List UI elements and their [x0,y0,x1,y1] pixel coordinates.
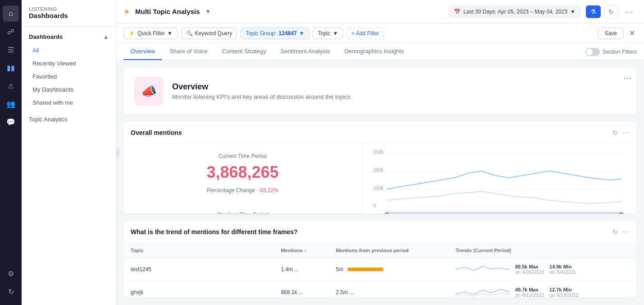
overview-banner: 📣 Overview Monitor listening KPI's and k… [123,68,637,115]
trend-card: What is the trend of mentions for differ… [123,221,637,298]
main-content: ★ Multi Topic Analysis ▼ 📅 Last 30 Days:… [116,0,644,305]
section-filters-toggle[interactable]: Section Filters [585,48,637,56]
dashboards-section-header[interactable]: Dashboards ▲ [22,30,116,44]
row1-prev-bar [347,268,384,271]
sidebar-item-recently-viewed[interactable]: Recently Viewed [22,57,116,70]
row2-max-date: on 4/12/2023 [515,292,544,298]
filter-button[interactable]: ⚗ [586,5,601,18]
overall-mentions-card: Overall mentions ↻ ⋯ Current Time Period… [123,122,637,214]
save-button[interactable]: Save [598,28,624,39]
trend-title: What is the trend of mentions for differ… [131,228,612,236]
topic-group-filter[interactable]: Topic Group: 124847 ▼ [241,28,309,39]
refresh-button[interactable]: ↻ [604,5,618,18]
previous-period-stat: Previous Time Period 23,052,746 [123,203,362,214]
trend-table-header-row: Topic Mentions ↑ Mentions from previous … [123,243,637,258]
mentions-more-button[interactable]: ⋯ [621,128,630,137]
trend-refresh-button[interactable]: ↻ [612,227,619,236]
message-nav-icon[interactable]: 💬 [3,114,19,130]
home-nav-icon[interactable]: ⌂ [3,5,19,22]
sidebar-item-favorited[interactable]: Favorited [22,70,116,83]
quick-filter-dropdown-icon: ▼ [167,30,173,37]
topbar: ★ Multi Topic Analysis ▼ 📅 Last 30 Days:… [116,0,644,23]
row2-mentions: 868.1k ... [274,281,329,298]
settings-nav-icon[interactable]: ⚙ [3,265,19,282]
alert-nav-icon[interactable]: ⚠ [3,78,19,94]
topic-filter-button[interactable]: Topic ▼ [313,28,343,39]
previous-period-label: Previous Time Period [134,212,351,214]
topic-group-label: Topic Group: [246,30,276,37]
table-row: test1245 1.4m ... 5m [123,258,637,281]
tab-share-of-voice[interactable]: Share of Voice [162,43,215,60]
col-trends: Trends (Current Period) [448,243,637,258]
overview-title: Overview [172,82,351,92]
sidebar-item-all[interactable]: All [22,44,116,57]
mentions-chart: 300K 200K 100K 0 [362,144,637,214]
refresh-nav-icon[interactable]: ↻ [3,283,19,300]
row1-trend: 89.5k Max on 4/26/2023 14.9k Min on 5/4/… [448,258,637,281]
tab-overview[interactable]: Overview [123,43,162,60]
sidebar-item-shared[interactable]: Shared with me [22,96,116,109]
card-actions: ↻ ⋯ [612,128,630,137]
col-mentions[interactable]: Mentions ↑ [274,243,329,258]
mentions-refresh-button[interactable]: ↻ [612,128,619,137]
dashboards-section-title: Dashboards [29,33,63,40]
more-options-button[interactable]: ⋯ [621,5,637,18]
icon-bar: ⌂ ☍ ☰ ▮▮ ⚠ 👥 💬 ⚙ ↻ [0,0,22,305]
y-label-0: 0 [374,203,376,208]
y-label-200k: 200K [374,168,384,173]
current-period-stat: Current Time Period 3,868,265 Percentage… [123,144,362,203]
add-filter-button[interactable]: + Add Filter [347,28,384,39]
date-range-picker[interactable]: 📅 Last 30 Days: Apr 05, 2023 – May 04, 2… [449,6,580,18]
content-area: 📣 Overview Monitor listening KPI's and k… [116,60,644,305]
sidebar: Listening Dashboards Dashboards ▲ All Re… [22,0,116,305]
y-label-100k: 100K [374,186,384,191]
section-filters-label: Section Filters [603,49,637,55]
tabs-bar: Overview Share of Voice Content Strategy… [116,43,644,60]
tab-content-strategy[interactable]: Content Strategy [215,43,274,60]
current-period-label: Current Time Period [134,153,351,159]
date-range-label: Last 30 Days: Apr 05, 2023 – May 04, 202… [463,9,567,15]
row1-min-date: on 5/4/2023 [549,269,575,275]
row1-prev-label: 5m [336,266,343,273]
close-button[interactable]: ✕ [627,27,637,39]
mentions-body: Current Time Period 3,868,265 Percentage… [123,144,637,214]
search-nav-icon[interactable]: ☍ [3,23,19,40]
trend-header: What is the trend of mentions for differ… [123,221,637,243]
keyword-query-button[interactable]: 🔍 Keyword Query [181,28,238,39]
sidebar-item-my-dashboards[interactable]: My Dashboards [22,83,116,96]
sidebar-item-topic-analytics[interactable]: Topic Analytics [22,113,116,126]
overview-subtitle: Monitor listening KPI's and key areas of… [172,93,351,100]
percentage-change-label: Percentage Change [207,187,255,194]
section-filters-toggle-switch[interactable] [585,48,600,56]
table-row: ghvjk 868.1k ... 2.5m ... [123,281,637,298]
row1-mentions: 1.4m ... [274,258,329,281]
overall-mentions-header: Overall mentions ↻ ⋯ [123,122,637,144]
sidebar-header: Listening Dashboards [22,0,116,26]
current-period-value: 3,868,265 [134,163,351,182]
row1-mini-chart [456,263,510,276]
group-nav-icon[interactable]: 👥 [3,96,19,112]
tab-sentiment-analysis[interactable]: Sentiment Analysis [273,43,337,60]
favorite-star-icon[interactable]: ★ [123,7,130,16]
row1-prev-mentions: 5m [329,258,448,281]
trend-actions: ↻ ⋯ [612,227,630,236]
row2-max-val: 49.7k Max [515,287,539,292]
topic-group-dropdown-icon: ▼ [299,30,304,37]
keyword-query-label: Keyword Query [195,30,233,37]
overview-more-button[interactable]: ⋯ [623,73,631,83]
dashboards-collapse-icon[interactable]: ▲ [103,34,109,40]
chart-nav-icon[interactable]: ▮▮ [3,60,19,76]
list-nav-icon[interactable]: ☰ [3,42,19,58]
row2-topic: ghvjk [123,281,274,298]
row1-max-val: 89.5k Max [515,264,539,269]
secondary-chart-line [387,191,621,203]
page-title: Multi Topic Analysis [135,8,200,15]
search-icon: 🔍 [186,30,193,37]
tab-demographics-insights[interactable]: Demographics Insights [337,43,411,60]
trend-more-button[interactable]: ⋯ [621,227,630,236]
mentions-stats: Current Time Period 3,868,265 Percentage… [123,144,362,214]
row1-max-date: on 4/26/2023 [515,269,544,275]
quick-filter-button[interactable]: ⚡ Quick Filter ▼ [123,28,178,39]
sidebar-collapse-handle[interactable]: ‹ [116,0,119,305]
title-dropdown-icon[interactable]: ▼ [205,8,211,15]
